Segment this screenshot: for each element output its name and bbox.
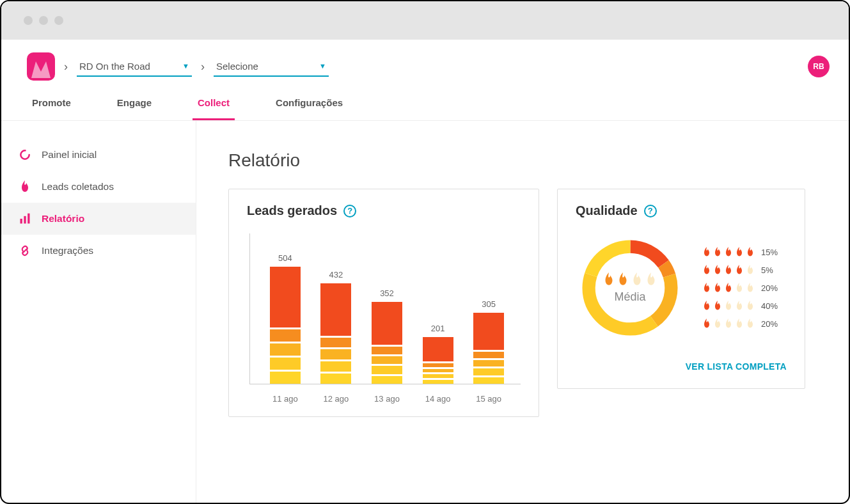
bar-column: 432 [319,270,353,384]
quality-card: Qualidade ? Média 15%5%20%40 [557,189,805,389]
quality-row: 5% [702,265,778,275]
flame-icon [631,272,643,287]
sidebar-item-label: Leads coletados [42,181,114,193]
flame-icon [746,283,755,293]
loading-icon [18,148,32,162]
flame-icon [735,247,744,257]
quality-percent: 20% [761,283,778,293]
flame-icon [702,265,711,275]
x-axis [249,384,521,384]
quality-percent: 5% [761,265,773,275]
flame-icon [735,319,744,329]
browser-chrome [1,1,849,40]
x-tick-label: 12 ago [319,394,353,404]
flame-icon [713,301,722,311]
caret-down-icon: ▼ [182,62,189,70]
flame-icon [617,272,629,287]
page-title: Relatório [228,150,817,171]
card-title-text: Qualidade [576,203,638,218]
bar-value-label: 305 [482,299,496,309]
main-tabs: PromoteEngageCollectConfigurações [1,88,849,121]
donut-center-label: Média [614,290,645,304]
help-icon[interactable]: ? [343,205,356,217]
bar-value-label: 352 [380,288,394,298]
browser-frame: › RD On the Road ▼ › Selecione ▼ RB Prom… [0,0,850,504]
card-title: Qualidade ? [576,203,787,218]
window-dot [24,16,33,25]
flame-icon [735,265,744,275]
quality-donut: Média [576,233,684,342]
bar-value-label: 504 [278,253,292,263]
svg-rect-2 [24,216,26,224]
flame-icon [713,283,722,293]
tab-promote[interactable]: Promote [27,88,76,120]
sub-dropdown[interactable]: Selecione ▼ [214,57,329,77]
bar-column: 305 [471,299,506,384]
flame-icon [724,319,733,329]
x-tick-label: 14 ago [421,394,455,404]
svg-rect-3 [28,214,29,224]
bar-value-label: 201 [431,324,445,333]
sidebar-item-label: Painel inicial [42,149,97,161]
flame-icon [702,283,711,293]
top-bar: › RD On the Road ▼ › Selecione ▼ RB [1,40,849,88]
flame-icon [735,301,744,311]
flame-icon [713,319,722,329]
bar-column: 201 [421,324,455,384]
sidebar-item-bars[interactable]: Relatório [1,203,196,235]
x-tick-label: 15 ago [471,394,506,404]
event-dropdown[interactable]: RD On the Road ▼ [77,57,192,77]
quality-legend: 15%5%20%40%20% [702,247,778,329]
flame-icon [702,301,711,311]
tab-collect[interactable]: Collect [193,88,235,120]
quality-percent: 15% [761,248,778,257]
card-title: Leads gerados ? [247,203,521,218]
donut-center-flames [603,272,657,287]
chevron-right-icon: › [64,60,68,74]
tab-engage[interactable]: Engage [112,88,157,120]
dropdown-label: RD On the Road [79,61,150,72]
quality-row: 20% [702,283,778,293]
main-content: Relatório Leads gerados ? 50443235220130… [196,121,849,503]
window-dot [54,16,63,25]
sidebar-item-label: Relatório [42,213,84,224]
help-icon[interactable]: ? [644,205,657,217]
bar-value-label: 432 [329,270,343,280]
flame-icon [603,272,615,287]
flame-icon [746,265,755,275]
bars-icon [18,212,32,226]
sidebar-item-flame[interactable]: Leads coletados [1,171,196,203]
bar-column: 352 [370,288,404,384]
flame-icon [735,283,744,293]
flame-icon [724,247,733,257]
x-tick-label: 11 ago [268,394,303,404]
flame-icon [702,319,711,329]
quality-row: 20% [702,319,778,329]
chevron-right-icon: › [201,60,205,74]
x-tick-label: 13 ago [370,394,404,404]
flame-icon [18,180,32,194]
flame-icon [724,283,733,293]
svg-point-0 [20,150,29,159]
sidebar-item-link[interactable]: Integrações [1,235,196,267]
leads-chart-card: Leads gerados ? 504432352201305 11 ago12… [228,189,539,417]
sidebar-item-label: Integrações [42,245,93,256]
y-axis [249,233,250,384]
flame-icon [645,272,657,287]
flame-icon [746,301,755,311]
user-avatar[interactable]: RB [808,56,830,77]
sidebar: Painel inicialLeads coletadosRelatórioIn… [1,121,196,503]
flame-icon [724,265,733,275]
card-title-text: Leads gerados [247,203,337,218]
leads-bar-chart: 504432352201305 11 ago12 ago13 ago14 ago… [247,233,521,400]
flame-icon [702,247,711,257]
app-logo[interactable] [27,52,55,81]
avatar-initials: RB [813,62,824,71]
tab-configurações[interactable]: Configurações [271,88,348,120]
bar-column: 504 [268,253,303,384]
quality-row: 40% [702,301,778,311]
caret-down-icon: ▼ [319,62,326,70]
sidebar-item-loading[interactable]: Painel inicial [1,139,196,171]
see-full-list-link[interactable]: VER LISTA COMPLETA [576,361,787,372]
dropdown-label: Selecione [216,61,258,72]
